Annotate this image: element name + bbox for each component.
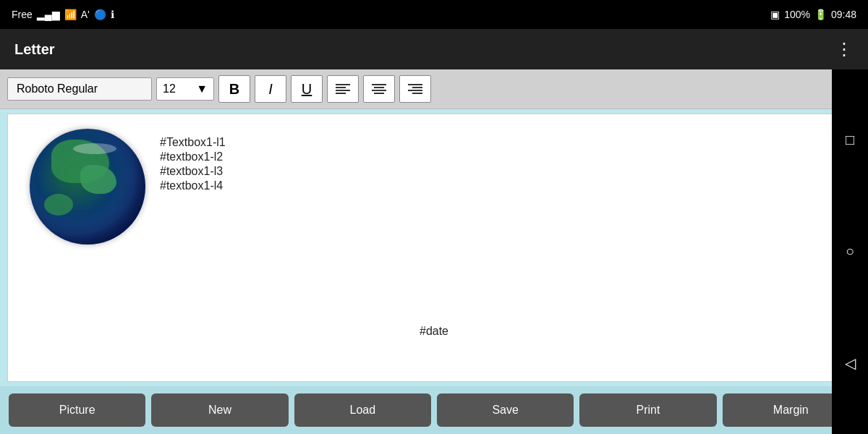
align-center-button[interactable] (363, 75, 395, 103)
align-left-button[interactable] (327, 75, 359, 103)
font-name-label: Roboto Regular (17, 82, 98, 95)
svg-rect-10 (408, 90, 422, 91)
status-bar: Free ▂▄▆ 📶 A' 🔵 ℹ ▣ 100% 🔋 09:48 (0, 0, 868, 29)
print-button[interactable]: Print (579, 393, 716, 427)
square-nav-icon[interactable]: □ (846, 132, 854, 148)
italic-icon: I (268, 81, 273, 98)
textbox-line-4: #textbox1-l4 (160, 179, 226, 192)
underline-button[interactable]: U (291, 75, 323, 103)
svg-rect-5 (374, 87, 384, 88)
overflow-menu-button[interactable]: ⋮ (835, 39, 854, 59)
align-center-icon (372, 83, 386, 95)
nav-bar: □ ○ ◁ (832, 69, 868, 434)
time-label: 09:48 (831, 9, 856, 20)
carrier-label: Free (12, 9, 33, 20)
wifi-icon: 📶 (64, 9, 77, 20)
svg-rect-11 (412, 93, 422, 94)
document-page[interactable]: #Textbox1-l1 #textbox1-l2 #textbox1-l3 #… (7, 114, 861, 382)
font-selector[interactable]: Roboto Regular (7, 77, 152, 101)
status-right: ▣ 100% 🔋 09:48 (770, 9, 856, 20)
textbox-lines: #Textbox1-l1 #textbox1-l2 #textbox1-l3 #… (160, 129, 226, 244)
italic-button[interactable]: I (255, 75, 286, 103)
align-right-button[interactable] (399, 75, 431, 103)
svg-rect-4 (372, 84, 386, 85)
earth-continent2 (44, 194, 73, 216)
textbox-line-3: #textbox1-l3 (160, 165, 226, 178)
formatting-toolbar: Roboto Regular 12 ▼ B I U (0, 69, 868, 109)
earth-cloud (73, 143, 116, 154)
bold-button[interactable]: B (218, 75, 250, 103)
align-left-icon (336, 83, 350, 95)
back-nav-icon[interactable]: ◁ (845, 354, 856, 372)
svg-rect-6 (372, 90, 386, 91)
document-area[interactable]: #Textbox1-l1 #textbox1-l2 #textbox1-l3 #… (0, 109, 868, 386)
home-nav-icon[interactable]: ○ (846, 243, 854, 260)
main-area: Roboto Regular 12 ▼ B I U (0, 69, 868, 434)
dropdown-arrow-icon: ▼ (196, 82, 208, 95)
textbox-line-1: #Textbox1-l1 (160, 136, 226, 149)
align-right-icon (408, 83, 422, 95)
battery-label: 100% (784, 9, 810, 20)
font-size-selector[interactable]: 12 ▼ (156, 77, 214, 101)
svg-rect-2 (336, 90, 350, 91)
signal-icon: ▂▄▆ (37, 9, 60, 20)
bold-icon: B (229, 81, 239, 98)
svg-rect-7 (374, 93, 384, 94)
info-icon: ℹ (111, 9, 114, 20)
load-button[interactable]: Load (294, 393, 431, 427)
svg-rect-8 (408, 84, 422, 85)
sim-icon: ▣ (770, 9, 780, 20)
vpn-icon: 🔵 (94, 9, 106, 20)
textbox-line-2: #textbox1-l2 (160, 150, 226, 163)
date-line: #date (420, 325, 448, 338)
doc-content: #Textbox1-l1 #textbox1-l2 #textbox1-l3 #… (8, 114, 860, 259)
picture-button[interactable]: Picture (9, 393, 145, 427)
svg-rect-9 (412, 87, 422, 88)
svg-rect-1 (336, 87, 346, 88)
app-title: Letter (14, 41, 55, 58)
save-button[interactable]: Save (437, 393, 574, 427)
new-button[interactable]: New (151, 393, 288, 427)
underline-icon: U (302, 81, 312, 98)
earth-image (30, 129, 145, 244)
battery-icon: 🔋 (814, 9, 827, 20)
svg-rect-0 (336, 84, 350, 85)
keyboard-icon: A' (81, 9, 90, 20)
app-bar: Letter ⋮ (0, 29, 868, 69)
font-size-value: 12 (163, 82, 176, 95)
bottom-toolbar: Picture New Load Save Print Margin (0, 386, 868, 434)
svg-rect-3 (336, 93, 346, 94)
status-left: Free ▂▄▆ 📶 A' 🔵 ℹ (12, 9, 114, 20)
